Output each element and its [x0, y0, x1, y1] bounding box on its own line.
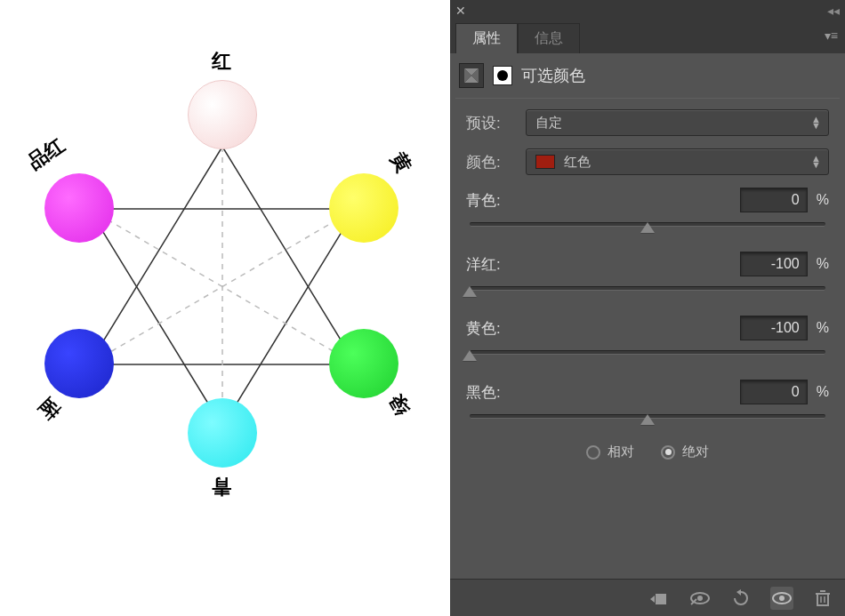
color-wheel-diagram: 红 品红 黄 蓝 绿 青: [0, 0, 450, 616]
black-slider-label: 黑色:: [466, 382, 501, 403]
percent-label: %: [817, 192, 829, 208]
red-label: 红: [212, 48, 231, 75]
magenta-slider-label: 洋红:: [466, 254, 501, 275]
preset-label: 预设:: [466, 113, 515, 133]
cyan-slider-label: 青色:: [466, 190, 501, 211]
adjustment-type-icon[interactable]: [459, 63, 484, 88]
preset-value: 自定: [535, 115, 562, 132]
panel-bottom-bar: [450, 579, 845, 616]
blue-circle: [44, 329, 114, 398]
collapse-icon[interactable]: ◂◂: [827, 4, 840, 18]
svg-point-12: [697, 596, 703, 601]
clip-to-layer-icon[interactable]: [648, 587, 671, 610]
magenta-circle: [44, 173, 114, 243]
dropdown-arrows-icon: ▲▼: [811, 156, 821, 168]
adjustment-swatch-icon[interactable]: [493, 66, 512, 85]
svg-point-16: [779, 596, 785, 601]
visibility-icon[interactable]: [770, 587, 793, 610]
black-slider[interactable]: [470, 410, 825, 424]
cyan-circle: [188, 398, 257, 468]
magenta-slider[interactable]: [470, 282, 825, 296]
cyan-label: 青: [212, 473, 231, 500]
panel-titlebar: ✕ ◂◂: [450, 0, 845, 21]
red-circle: [188, 80, 257, 149]
adjustment-title: 可选颜色: [521, 65, 585, 86]
color-swatch: [535, 155, 555, 169]
method-relative-radio[interactable]: 相对: [586, 444, 634, 460]
percent-label: %: [817, 384, 829, 400]
tab-properties[interactable]: 属性: [455, 23, 518, 53]
yellow-circle: [329, 173, 398, 243]
cyan-value-input[interactable]: [740, 188, 808, 212]
panel-menu-icon[interactable]: ▾≡: [825, 28, 838, 43]
adjustment-header: 可选颜色: [450, 53, 845, 98]
svg-marker-10: [650, 596, 655, 603]
magenta-value-input[interactable]: [740, 252, 808, 276]
view-previous-icon[interactable]: [688, 587, 712, 610]
panel-tabs: 属性 信息 ▾≡: [450, 21, 845, 53]
black-value-input[interactable]: [740, 380, 808, 404]
green-circle: [329, 329, 398, 398]
preset-dropdown[interactable]: 自定 ▲▼: [526, 109, 829, 136]
svg-rect-9: [656, 594, 666, 604]
dropdown-arrows-icon: ▲▼: [811, 116, 821, 129]
close-icon[interactable]: ✕: [455, 4, 466, 18]
properties-panel: ✕ ◂◂ 属性 信息 ▾≡ 可选颜色 预设: 自定 ▲▼ 颜色: 红色 ▲▼: [450, 0, 845, 616]
color-dropdown[interactable]: 红色 ▲▼: [526, 148, 829, 175]
yellow-slider[interactable]: [470, 346, 825, 360]
method-absolute-radio[interactable]: 绝对: [661, 444, 709, 460]
cyan-slider[interactable]: [470, 218, 825, 232]
reset-icon[interactable]: [729, 587, 752, 610]
yellow-value-input[interactable]: [740, 316, 808, 340]
delete-icon[interactable]: [811, 587, 834, 610]
color-label: 颜色:: [466, 152, 515, 172]
yellow-slider-label: 黄色:: [466, 318, 501, 339]
relative-label: 相对: [608, 444, 634, 460]
percent-label: %: [817, 256, 829, 272]
svg-marker-14: [736, 589, 741, 596]
color-value: 红色: [564, 154, 591, 171]
tab-info[interactable]: 信息: [518, 23, 580, 53]
percent-label: %: [817, 320, 829, 336]
svg-rect-17: [817, 594, 828, 605]
absolute-label: 绝对: [682, 444, 709, 460]
